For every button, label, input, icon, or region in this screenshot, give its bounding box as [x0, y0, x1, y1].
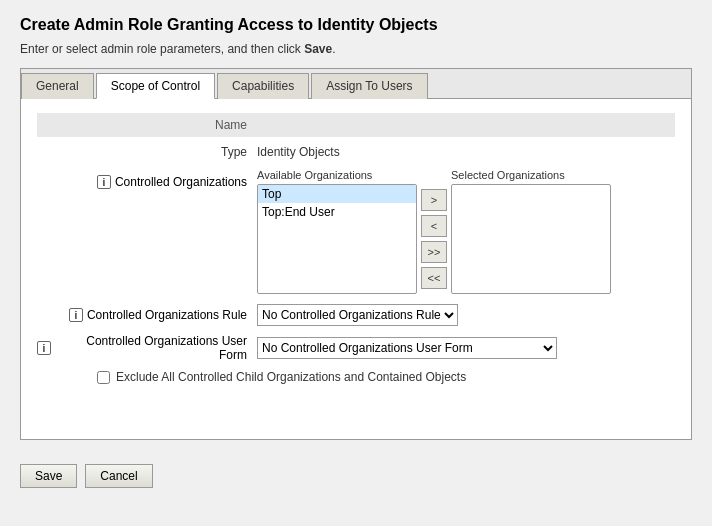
tab-capabilities[interactable]: Capabilities [217, 73, 309, 99]
page-container: Create Admin Role Granting Access to Ide… [0, 0, 712, 526]
name-row: Name [37, 113, 675, 137]
tab-content: Name Type Identity Objects i Controlled … [21, 99, 691, 439]
type-value: Identity Objects [257, 145, 340, 159]
available-orgs-label: Available Organizations [257, 169, 417, 181]
type-label: Type [37, 145, 257, 159]
page-subtitle: Enter or select admin role parameters, a… [20, 42, 692, 56]
available-orgs-container: Available Organizations Top Top:End User [257, 169, 417, 294]
selected-orgs-label: Selected Organizations [451, 169, 611, 181]
controlled-orgs-rule-label-col: i Controlled Organizations Rule [37, 308, 257, 322]
name-label: Name [37, 118, 257, 132]
exclude-checkbox-row: Exclude All Controlled Child Organizatio… [37, 370, 675, 384]
cancel-button[interactable]: Cancel [85, 464, 152, 488]
tab-bar: General Scope of Control Capabilities As… [21, 69, 691, 99]
controlled-orgs-label-col: i Controlled Organizations [37, 169, 257, 294]
exclude-checkbox-label[interactable]: Exclude All Controlled Child Organizatio… [116, 370, 466, 384]
save-button[interactable]: Save [20, 464, 77, 488]
transfer-left-button[interactable]: < [421, 215, 447, 237]
controlled-orgs-info-icon[interactable]: i [97, 175, 111, 189]
transfer-right-button[interactable]: > [421, 189, 447, 211]
tab-general[interactable]: General [21, 73, 94, 99]
selected-orgs-listbox[interactable] [451, 184, 611, 294]
page-title: Create Admin Role Granting Access to Ide… [20, 16, 692, 34]
available-org-top[interactable]: Top [258, 185, 416, 203]
orgs-content: Available Organizations Top Top:End User… [257, 169, 611, 294]
tab-assign-users[interactable]: Assign To Users [311, 73, 427, 99]
controlled-orgs-userform-label: Controlled Organizations User Form [55, 334, 247, 362]
exclude-checkbox[interactable] [97, 371, 110, 384]
tab-scope[interactable]: Scope of Control [96, 73, 215, 99]
controlled-orgs-label: Controlled Organizations [115, 175, 247, 189]
controlled-orgs-userform-select[interactable]: No Controlled Organizations User Form [257, 337, 557, 359]
tab-container: General Scope of Control Capabilities As… [20, 68, 692, 440]
transfer-buttons: > < >> << [417, 189, 451, 289]
controlled-orgs-rule-label: Controlled Organizations Rule [87, 308, 247, 322]
controlled-orgs-section: i Controlled Organizations Available Org… [37, 169, 675, 294]
type-row: Type Identity Objects [37, 145, 675, 159]
transfer-all-left-button[interactable]: << [421, 267, 447, 289]
controlled-orgs-userform-info-icon[interactable]: i [37, 341, 51, 355]
controlled-orgs-rule-row: i Controlled Organizations Rule No Contr… [37, 304, 675, 326]
controlled-orgs-userform-row: i Controlled Organizations User Form No … [37, 334, 675, 362]
controlled-orgs-rule-info-icon[interactable]: i [69, 308, 83, 322]
available-org-enduser[interactable]: Top:End User [258, 203, 416, 221]
controlled-orgs-rule-select[interactable]: No Controlled Organizations Rule [257, 304, 458, 326]
controlled-orgs-userform-label-col: i Controlled Organizations User Form [37, 334, 257, 362]
buttons-row: Save Cancel [20, 456, 692, 488]
transfer-all-right-button[interactable]: >> [421, 241, 447, 263]
available-orgs-listbox[interactable]: Top Top:End User [257, 184, 417, 294]
selected-orgs-container: Selected Organizations [451, 169, 611, 294]
